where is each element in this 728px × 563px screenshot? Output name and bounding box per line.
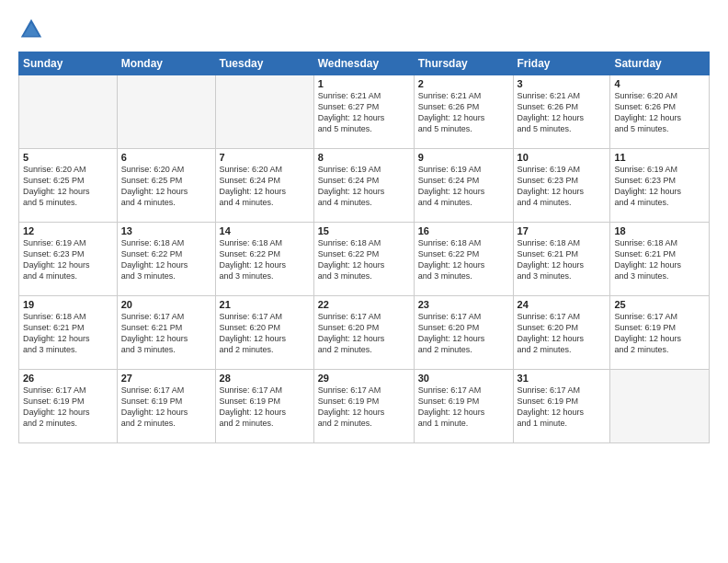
day-info: Sunrise: 6:20 AM Sunset: 6:25 PM Dayligh… xyxy=(121,164,211,209)
calendar-week-row: 19Sunrise: 6:18 AM Sunset: 6:21 PM Dayli… xyxy=(19,296,710,370)
day-info: Sunrise: 6:17 AM Sunset: 6:19 PM Dayligh… xyxy=(614,311,705,356)
calendar-cell: 15Sunrise: 6:18 AM Sunset: 6:22 PM Dayli… xyxy=(313,223,414,296)
calendar-cell: 18Sunrise: 6:18 AM Sunset: 6:21 PM Dayli… xyxy=(610,223,710,296)
calendar-cell xyxy=(117,75,215,149)
day-info: Sunrise: 6:19 AM Sunset: 6:24 PM Dayligh… xyxy=(418,164,509,209)
calendar-cell: 8Sunrise: 6:19 AM Sunset: 6:24 PM Daylig… xyxy=(313,149,414,223)
day-number: 23 xyxy=(418,299,509,310)
day-info: Sunrise: 6:18 AM Sunset: 6:22 PM Dayligh… xyxy=(121,237,211,282)
calendar-cell xyxy=(610,370,710,443)
calendar-cell: 19Sunrise: 6:18 AM Sunset: 6:21 PM Dayli… xyxy=(19,296,118,370)
day-info: Sunrise: 6:18 AM Sunset: 6:22 PM Dayligh… xyxy=(220,237,310,282)
calendar-cell: 22Sunrise: 6:17 AM Sunset: 6:20 PM Dayli… xyxy=(313,296,414,370)
calendar-header-row: SundayMondayTuesdayWednesdayThursdayFrid… xyxy=(19,52,710,75)
day-number: 21 xyxy=(220,299,310,310)
day-number: 31 xyxy=(518,373,607,384)
day-number: 1 xyxy=(318,78,410,89)
day-number: 2 xyxy=(418,78,509,89)
day-number: 6 xyxy=(121,152,211,163)
day-number: 28 xyxy=(220,373,310,384)
calendar-cell: 12Sunrise: 6:19 AM Sunset: 6:23 PM Dayli… xyxy=(19,223,118,296)
calendar-cell xyxy=(215,75,313,149)
day-number: 11 xyxy=(614,152,705,163)
calendar-week-row: 12Sunrise: 6:19 AM Sunset: 6:23 PM Dayli… xyxy=(19,223,710,296)
day-number: 17 xyxy=(518,225,607,236)
calendar-cell: 14Sunrise: 6:18 AM Sunset: 6:22 PM Dayli… xyxy=(215,223,313,296)
calendar-cell: 25Sunrise: 6:17 AM Sunset: 6:19 PM Dayli… xyxy=(610,296,710,370)
calendar-day-header: Sunday xyxy=(19,52,118,75)
day-number: 20 xyxy=(121,299,211,310)
day-info: Sunrise: 6:17 AM Sunset: 6:19 PM Dayligh… xyxy=(518,385,607,430)
day-info: Sunrise: 6:17 AM Sunset: 6:20 PM Dayligh… xyxy=(518,311,607,356)
calendar-day-header: Wednesday xyxy=(313,52,414,75)
calendar-cell: 16Sunrise: 6:18 AM Sunset: 6:22 PM Dayli… xyxy=(414,223,513,296)
calendar-cell: 7Sunrise: 6:20 AM Sunset: 6:24 PM Daylig… xyxy=(215,149,313,223)
day-info: Sunrise: 6:19 AM Sunset: 6:23 PM Dayligh… xyxy=(614,164,705,209)
day-number: 3 xyxy=(518,78,607,89)
day-info: Sunrise: 6:21 AM Sunset: 6:26 PM Dayligh… xyxy=(518,90,607,135)
day-number: 24 xyxy=(518,299,607,310)
calendar-cell: 5Sunrise: 6:20 AM Sunset: 6:25 PM Daylig… xyxy=(19,149,118,223)
day-number: 7 xyxy=(220,152,310,163)
day-number: 16 xyxy=(418,225,509,236)
calendar-cell: 27Sunrise: 6:17 AM Sunset: 6:19 PM Dayli… xyxy=(117,370,215,443)
calendar-cell: 3Sunrise: 6:21 AM Sunset: 6:26 PM Daylig… xyxy=(513,75,610,149)
calendar-cell: 23Sunrise: 6:17 AM Sunset: 6:20 PM Dayli… xyxy=(414,296,513,370)
calendar-cell: 4Sunrise: 6:20 AM Sunset: 6:26 PM Daylig… xyxy=(610,75,710,149)
calendar-cell: 9Sunrise: 6:19 AM Sunset: 6:24 PM Daylig… xyxy=(414,149,513,223)
calendar-day-header: Saturday xyxy=(610,52,710,75)
day-number: 4 xyxy=(614,78,705,89)
day-info: Sunrise: 6:21 AM Sunset: 6:26 PM Dayligh… xyxy=(418,90,509,135)
day-info: Sunrise: 6:17 AM Sunset: 6:19 PM Dayligh… xyxy=(318,385,410,430)
calendar-cell: 11Sunrise: 6:19 AM Sunset: 6:23 PM Dayli… xyxy=(610,149,710,223)
calendar-cell: 10Sunrise: 6:19 AM Sunset: 6:23 PM Dayli… xyxy=(513,149,610,223)
day-info: Sunrise: 6:17 AM Sunset: 6:19 PM Dayligh… xyxy=(220,385,310,430)
day-number: 12 xyxy=(23,225,113,236)
calendar-cell: 2Sunrise: 6:21 AM Sunset: 6:26 PM Daylig… xyxy=(414,75,513,149)
calendar-week-row: 26Sunrise: 6:17 AM Sunset: 6:19 PM Dayli… xyxy=(19,370,710,443)
day-info: Sunrise: 6:18 AM Sunset: 6:22 PM Dayligh… xyxy=(418,237,509,282)
calendar-day-header: Monday xyxy=(117,52,215,75)
day-number: 10 xyxy=(518,152,607,163)
day-info: Sunrise: 6:19 AM Sunset: 6:23 PM Dayligh… xyxy=(518,164,607,209)
calendar-day-header: Thursday xyxy=(414,52,513,75)
day-number: 22 xyxy=(318,299,410,310)
calendar-cell: 30Sunrise: 6:17 AM Sunset: 6:19 PM Dayli… xyxy=(414,370,513,443)
calendar-cell: 29Sunrise: 6:17 AM Sunset: 6:19 PM Dayli… xyxy=(313,370,414,443)
day-info: Sunrise: 6:20 AM Sunset: 6:24 PM Dayligh… xyxy=(220,164,310,209)
day-number: 27 xyxy=(121,373,211,384)
day-info: Sunrise: 6:18 AM Sunset: 6:21 PM Dayligh… xyxy=(614,237,705,282)
calendar-week-row: 1Sunrise: 6:21 AM Sunset: 6:27 PM Daylig… xyxy=(19,75,710,149)
day-number: 25 xyxy=(614,299,705,310)
day-info: Sunrise: 6:19 AM Sunset: 6:23 PM Dayligh… xyxy=(23,237,113,282)
day-info: Sunrise: 6:18 AM Sunset: 6:22 PM Dayligh… xyxy=(318,237,410,282)
day-info: Sunrise: 6:21 AM Sunset: 6:27 PM Dayligh… xyxy=(318,90,410,135)
calendar-day-header: Tuesday xyxy=(215,52,313,75)
day-number: 14 xyxy=(220,225,310,236)
day-number: 5 xyxy=(23,152,113,163)
calendar-cell: 20Sunrise: 6:17 AM Sunset: 6:21 PM Dayli… xyxy=(117,296,215,370)
calendar-cell: 6Sunrise: 6:20 AM Sunset: 6:25 PM Daylig… xyxy=(117,149,215,223)
calendar-cell: 17Sunrise: 6:18 AM Sunset: 6:21 PM Dayli… xyxy=(513,223,610,296)
day-number: 26 xyxy=(23,373,113,384)
day-number: 19 xyxy=(23,299,113,310)
day-info: Sunrise: 6:17 AM Sunset: 6:20 PM Dayligh… xyxy=(418,311,509,356)
day-number: 8 xyxy=(318,152,410,163)
day-number: 9 xyxy=(418,152,509,163)
day-info: Sunrise: 6:17 AM Sunset: 6:19 PM Dayligh… xyxy=(121,385,211,430)
day-info: Sunrise: 6:17 AM Sunset: 6:21 PM Dayligh… xyxy=(121,311,211,356)
calendar-cell: 31Sunrise: 6:17 AM Sunset: 6:19 PM Dayli… xyxy=(513,370,610,443)
header xyxy=(18,17,710,42)
day-info: Sunrise: 6:20 AM Sunset: 6:25 PM Dayligh… xyxy=(23,164,113,209)
calendar: SundayMondayTuesdayWednesdayThursdayFrid… xyxy=(18,52,710,443)
calendar-cell: 26Sunrise: 6:17 AM Sunset: 6:19 PM Dayli… xyxy=(19,370,118,443)
calendar-cell xyxy=(19,75,118,149)
day-info: Sunrise: 6:20 AM Sunset: 6:26 PM Dayligh… xyxy=(614,90,705,135)
calendar-cell: 24Sunrise: 6:17 AM Sunset: 6:20 PM Dayli… xyxy=(513,296,610,370)
day-info: Sunrise: 6:18 AM Sunset: 6:21 PM Dayligh… xyxy=(23,311,113,356)
day-number: 13 xyxy=(121,225,211,236)
calendar-week-row: 5Sunrise: 6:20 AM Sunset: 6:25 PM Daylig… xyxy=(19,149,710,223)
day-info: Sunrise: 6:19 AM Sunset: 6:24 PM Dayligh… xyxy=(318,164,410,209)
day-info: Sunrise: 6:17 AM Sunset: 6:19 PM Dayligh… xyxy=(418,385,509,430)
day-info: Sunrise: 6:17 AM Sunset: 6:20 PM Dayligh… xyxy=(318,311,410,356)
